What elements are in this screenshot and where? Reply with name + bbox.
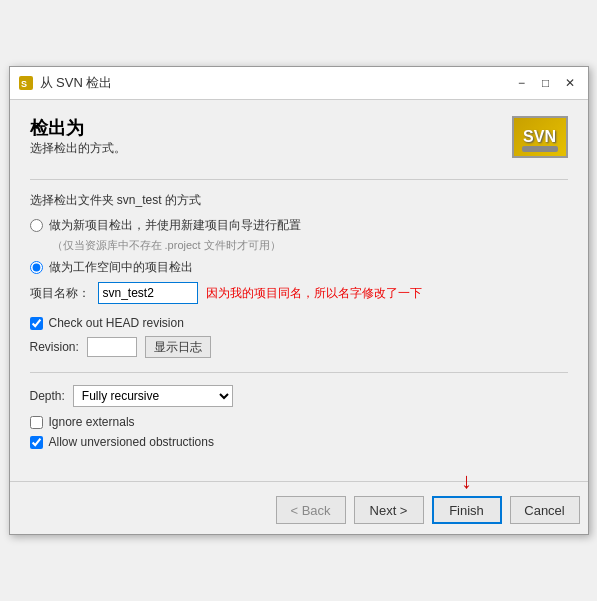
revision-row: Revision: 显示日志: [30, 336, 568, 358]
close-button[interactable]: ✕: [560, 73, 580, 93]
next-button[interactable]: Next >: [354, 496, 424, 524]
radio-hint: （仅当资源库中不存在 .project 文件时才可用）: [52, 238, 568, 253]
bottom-divider: [10, 481, 588, 482]
depth-row: Depth: Fully recursive Immediate childre…: [30, 385, 568, 407]
radio-group: 做为新项目检出，并使用新建项目向导进行配置 （仅当资源库中不存在 .projec…: [30, 217, 568, 276]
dialog-title: 检出为: [30, 116, 126, 140]
revision-label: Revision:: [30, 340, 79, 354]
svn-logo: SVN: [512, 116, 568, 158]
project-name-input[interactable]: [98, 282, 198, 304]
radio-workspace[interactable]: [30, 261, 43, 274]
options-section: Ignore externals Allow unversioned obstr…: [30, 415, 568, 449]
window-title: 从 SVN 检出: [40, 74, 113, 92]
window-controls: − □ ✕: [512, 73, 580, 93]
radio-new-project[interactable]: [30, 219, 43, 232]
allow-unversioned-checkbox[interactable]: [30, 436, 43, 449]
radio-workspace-label[interactable]: 做为工作空间中的项目检出: [49, 259, 193, 276]
cancel-button[interactable]: Cancel: [510, 496, 580, 524]
minimize-button[interactable]: −: [512, 73, 532, 93]
ignore-externals-checkbox[interactable]: [30, 416, 43, 429]
radio-new-project-label[interactable]: 做为新项目检出，并使用新建项目向导进行配置: [49, 217, 301, 234]
checkout-head-label[interactable]: Check out HEAD revision: [49, 316, 184, 330]
section-title: 选择检出文件夹 svn_test 的方式: [30, 192, 568, 209]
depth-select[interactable]: Fully recursive Immediate children Only …: [73, 385, 233, 407]
revision-input[interactable]: [87, 337, 137, 357]
radio-item-workspace: 做为工作空间中的项目检出: [30, 259, 568, 276]
mid-divider: [30, 372, 568, 373]
dialog-content: 检出为 选择检出的方式。 SVN 选择检出文件夹 svn_test 的方式 做为…: [10, 100, 588, 473]
project-name-row: 项目名称： 因为我的项目同名，所以名字修改了一下: [30, 282, 568, 304]
checkout-head-row: Check out HEAD revision: [30, 316, 568, 330]
checkout-head-checkbox[interactable]: [30, 317, 43, 330]
finish-button[interactable]: Finish: [432, 496, 502, 524]
dialog-subtitle: 选择检出的方式。: [30, 140, 126, 157]
button-row: < Back Next > ↓ Finish Cancel: [10, 490, 588, 534]
project-annotation: 因为我的项目同名，所以名字修改了一下: [206, 285, 422, 302]
svg-text:S: S: [21, 79, 27, 89]
maximize-button[interactable]: □: [536, 73, 556, 93]
allow-unversioned-label[interactable]: Allow unversioned obstructions: [49, 435, 214, 449]
header-divider: [30, 179, 568, 180]
project-name-label: 项目名称：: [30, 285, 90, 302]
depth-label: Depth:: [30, 389, 65, 403]
ignore-externals-row: Ignore externals: [30, 415, 568, 429]
header-row: 检出为 选择检出的方式。 SVN: [30, 116, 568, 171]
radio-item-new-project: 做为新项目检出，并使用新建项目向导进行配置: [30, 217, 568, 234]
dialog-window: S 从 SVN 检出 − □ ✕ 检出为 选择检出的方式。 SVN 选择检出文件…: [9, 66, 589, 535]
ignore-externals-label[interactable]: Ignore externals: [49, 415, 135, 429]
title-bar: S 从 SVN 检出 − □ ✕: [10, 67, 588, 100]
svn-icon: S: [18, 75, 34, 91]
back-button[interactable]: < Back: [276, 496, 346, 524]
show-log-button[interactable]: 显示日志: [145, 336, 211, 358]
allow-unversioned-row: Allow unversioned obstructions: [30, 435, 568, 449]
